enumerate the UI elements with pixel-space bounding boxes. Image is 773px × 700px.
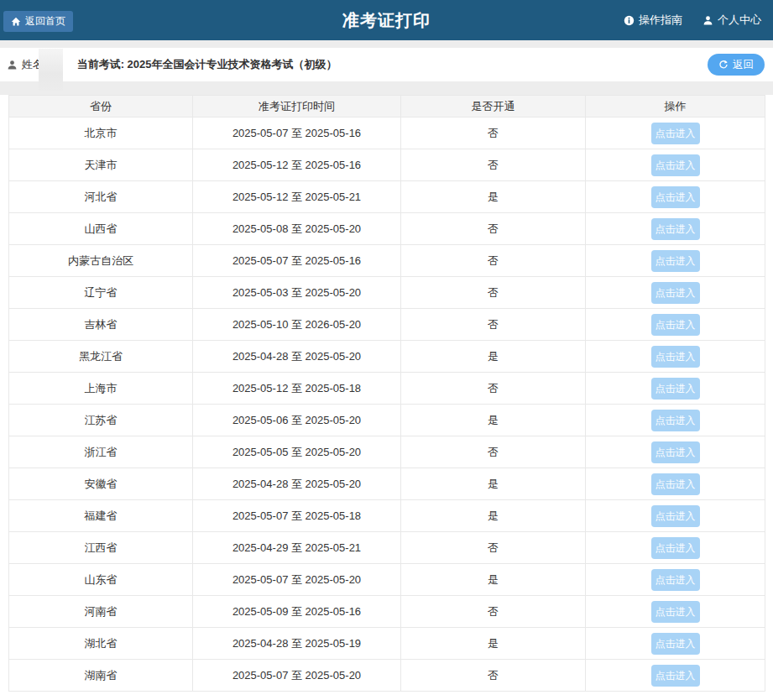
column-header-province: 省份	[9, 96, 193, 118]
open-status-cell: 是	[401, 181, 586, 213]
print-time-cell: 2025-05-08 至 2025-05-20	[193, 213, 401, 245]
print-time-cell: 2025-05-03 至 2025-05-20	[193, 277, 401, 309]
action-cell: 点击进入	[586, 341, 765, 373]
enter-button[interactable]: 点击进入	[651, 154, 700, 176]
print-time-cell: 2025-05-12 至 2025-05-18	[193, 373, 401, 405]
enter-button[interactable]: 点击进入	[651, 186, 700, 208]
print-time-cell: 2025-05-05 至 2025-05-20	[193, 436, 401, 468]
open-status-cell: 否	[401, 596, 586, 628]
home-icon	[11, 17, 21, 27]
print-time-cell: 2025-05-07 至 2025-05-16	[193, 245, 401, 277]
table-body: 北京市 2025-05-07 至 2025-05-16 否 点击进入 天津市 2…	[9, 118, 765, 692]
current-exam-label: 当前考试: 2025年全国会计专业技术资格考试（初级）	[77, 57, 337, 72]
enter-button[interactable]: 点击进入	[651, 123, 700, 144]
action-cell: 点击进入	[586, 405, 765, 436]
page-title: 准考证打印	[342, 9, 431, 32]
open-status-cell: 是	[401, 500, 586, 532]
open-status-cell: 是	[401, 341, 586, 373]
table-row: 内蒙古自治区 2025-05-07 至 2025-05-16 否 点击进入	[9, 245, 765, 277]
info-bar: 姓名: 当前考试: 2025年全国会计专业技术资格考试（初级） 返回	[0, 48, 773, 81]
print-time-cell: 2025-05-09 至 2025-05-16	[193, 596, 401, 628]
table-row: 辽宁省 2025-05-03 至 2025-05-20 否 点击进入	[9, 277, 765, 309]
table-row: 黑龙江省 2025-04-28 至 2025-05-20 是 点击进入	[9, 341, 765, 373]
action-cell: 点击进入	[586, 500, 765, 532]
action-cell: 点击进入	[586, 181, 765, 213]
province-cell: 内蒙古自治区	[9, 245, 193, 277]
enter-button[interactable]: 点击进入	[651, 250, 700, 272]
print-time-cell: 2025-05-07 至 2025-05-18	[193, 500, 401, 532]
table-row: 山东省 2025-05-07 至 2025-05-20 是 点击进入	[9, 564, 765, 596]
enter-button[interactable]: 点击进入	[651, 346, 700, 368]
content-area: 省份 准考证打印时间 是否开通 操作 北京市 2025-05-07 至 2025…	[0, 95, 773, 692]
enter-button[interactable]: 点击进入	[651, 378, 700, 400]
table-row: 湖北省 2025-04-28 至 2025-05-19 是 点击进入	[9, 628, 765, 660]
table-row: 福建省 2025-05-07 至 2025-05-18 是 点击进入	[9, 500, 765, 532]
action-cell: 点击进入	[586, 149, 765, 181]
table-row: 上海市 2025-05-12 至 2025-05-18 否 点击进入	[9, 373, 765, 405]
print-time-cell: 2025-05-06 至 2025-05-20	[193, 405, 401, 436]
open-status-cell: 是	[401, 405, 586, 436]
action-cell: 点击进入	[586, 628, 765, 660]
print-time-cell: 2025-04-28 至 2025-05-20	[193, 341, 401, 373]
table-row: 安徽省 2025-04-28 至 2025-05-20 是 点击进入	[9, 468, 765, 500]
province-cell: 江苏省	[9, 405, 193, 436]
province-cell: 北京市	[9, 118, 193, 149]
province-cell: 福建省	[9, 500, 193, 532]
enter-button[interactable]: 点击进入	[651, 441, 700, 463]
enter-button[interactable]: 点击进入	[651, 665, 700, 687]
enter-button[interactable]: 点击进入	[651, 537, 700, 559]
enter-button[interactable]: 点击进入	[651, 601, 700, 623]
open-status-cell: 否	[401, 309, 586, 341]
province-cell: 山西省	[9, 213, 193, 245]
enter-button[interactable]: 点击进入	[651, 218, 700, 240]
action-cell: 点击进入	[586, 660, 765, 692]
table-row: 浙江省 2025-05-05 至 2025-05-20 否 点击进入	[9, 436, 765, 468]
column-header-open: 是否开通	[401, 96, 586, 118]
enter-button[interactable]: 点击进入	[651, 410, 700, 431]
open-status-cell: 是	[401, 564, 586, 596]
back-label: 返回	[733, 58, 754, 72]
table-row: 湖南省 2025-05-07 至 2025-05-20 否 点击进入	[9, 660, 765, 692]
table-row: 江西省 2025-04-29 至 2025-05-21 否 点击进入	[9, 532, 765, 564]
action-cell: 点击进入	[586, 245, 765, 277]
open-status-cell: 是	[401, 628, 586, 660]
page: 返回首页 准考证打印 操作指南 个人中心 姓名:	[0, 0, 773, 700]
refresh-icon	[718, 60, 729, 70]
action-cell: 点击进入	[586, 564, 765, 596]
province-cell: 安徽省	[9, 468, 193, 500]
back-home-button[interactable]: 返回首页	[3, 11, 73, 32]
province-table: 省份 准考证打印时间 是否开通 操作 北京市 2025-05-07 至 2025…	[8, 95, 765, 692]
province-cell: 天津市	[9, 149, 193, 181]
open-status-cell: 否	[401, 118, 586, 149]
info-icon	[624, 15, 635, 26]
table-row: 吉林省 2025-05-10 至 2026-05-20 否 点击进入	[9, 309, 765, 341]
province-cell: 山东省	[9, 564, 193, 596]
gray-strip-bottom	[0, 81, 773, 95]
enter-button[interactable]: 点击进入	[651, 314, 700, 336]
gray-strip-top	[0, 40, 773, 48]
table-row: 天津市 2025-05-12 至 2025-05-16 否 点击进入	[9, 149, 765, 181]
enter-button[interactable]: 点击进入	[651, 505, 700, 527]
open-status-cell: 否	[401, 373, 586, 405]
enter-button[interactable]: 点击进入	[651, 282, 700, 304]
province-cell: 江西省	[9, 532, 193, 564]
open-status-cell: 否	[401, 660, 586, 692]
print-time-cell: 2025-05-12 至 2025-05-16	[193, 149, 401, 181]
table-header-row: 省份 准考证打印时间 是否开通 操作	[9, 96, 765, 118]
back-button[interactable]: 返回	[708, 54, 765, 76]
print-time-cell: 2025-05-07 至 2025-05-20	[193, 564, 401, 596]
user-icon	[702, 15, 713, 26]
province-cell: 河北省	[9, 181, 193, 213]
personal-center-link[interactable]: 个人中心	[702, 13, 761, 28]
province-cell: 上海市	[9, 373, 193, 405]
guide-link[interactable]: 操作指南	[624, 13, 682, 28]
action-cell: 点击进入	[586, 213, 765, 245]
province-cell: 辽宁省	[9, 277, 193, 309]
enter-button[interactable]: 点击进入	[651, 473, 700, 495]
enter-button[interactable]: 点击进入	[651, 569, 700, 591]
enter-button[interactable]: 点击进入	[651, 633, 700, 655]
open-status-cell: 否	[401, 277, 586, 309]
back-home-label: 返回首页	[25, 14, 65, 29]
table-row: 江苏省 2025-05-06 至 2025-05-20 是 点击进入	[9, 405, 765, 436]
user-icon	[7, 60, 18, 71]
